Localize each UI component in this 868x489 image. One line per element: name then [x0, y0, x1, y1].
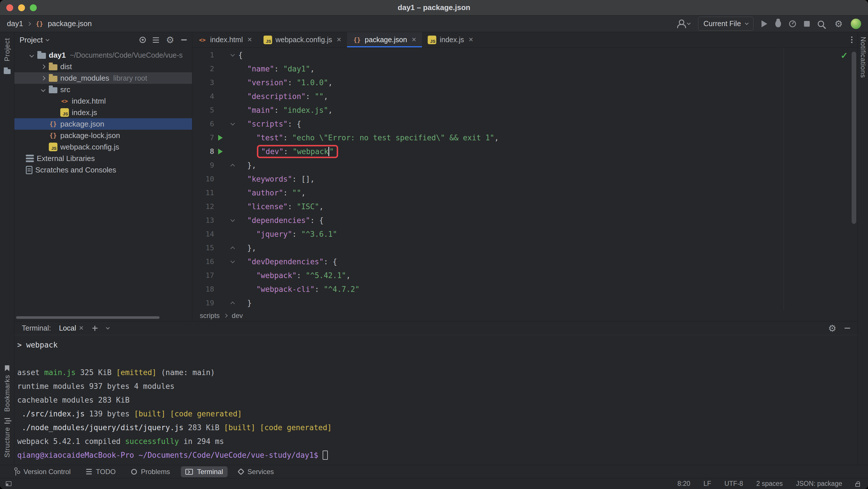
tree-item-webpack.config.js[interactable]: webpack.config.js [14, 141, 192, 153]
fullscreen-window-button[interactable] [30, 4, 37, 11]
breadcrumb-file[interactable]: package.json [48, 19, 92, 28]
toolwindow-button-Version Control[interactable]: Version Control [9, 466, 75, 477]
terminal-output[interactable]: > webpack asset main.js 325 KiB [emitted… [14, 335, 858, 465]
code-line-4[interactable]: 4 "description": "", [192, 90, 858, 103]
new-terminal-icon[interactable] [92, 325, 98, 332]
tab-index.html[interactable]: index.html [192, 32, 258, 47]
code-line-14[interactable]: 14 "jquery": "^3.6.1" [192, 227, 858, 241]
status-item-3[interactable]: 2 spaces [756, 480, 783, 488]
code-line-11[interactable]: 11 "author": "", [192, 186, 858, 200]
tab-webpack.config.js[interactable]: webpack.config.js [258, 32, 347, 47]
breadcrumb-dev[interactable]: dev [231, 312, 243, 320]
chevron-down-icon[interactable] [41, 87, 45, 92]
stripe-button-structure[interactable]: Structure [3, 418, 11, 457]
close-tab-icon[interactable] [469, 36, 473, 44]
status-item-4[interactable]: JSON: package [796, 480, 842, 488]
minimize-window-button[interactable] [18, 4, 25, 11]
chevron-down-icon[interactable] [45, 38, 50, 41]
breadcrumb-project[interactable]: day1 [7, 19, 23, 28]
code-area[interactable]: 1{2 "name": "day1",3 "version": "1.0.0",… [192, 47, 858, 310]
code-line-3[interactable]: 3 "version": "1.0.0", [192, 76, 858, 90]
close-window-button[interactable] [6, 4, 13, 11]
tree-item-node_modules[interactable]: node_moduleslibrary root [14, 72, 192, 84]
terminal-tab-local[interactable]: Local [59, 324, 84, 332]
code-line-13[interactable]: 13 "dependencies": { [192, 214, 858, 227]
code-line-12[interactable]: 12 "license": "ISC", [192, 200, 858, 214]
fold-start-icon[interactable] [230, 52, 235, 57]
tree-item-index.html[interactable]: index.html [14, 95, 192, 107]
collapse-all-icon[interactable] [153, 37, 159, 38]
code-line-1[interactable]: 1{ [192, 48, 858, 62]
tree-item-day1[interactable]: day1~/Documents/Code/VueCode/vue-s [14, 50, 192, 61]
stripe-button-notifications[interactable]: Notifications [859, 37, 867, 78]
run-script-icon[interactable] [218, 149, 223, 154]
vertical-scrollbar[interactable] [851, 52, 856, 224]
fold-start-icon[interactable] [230, 121, 235, 126]
code-line-8[interactable]: 8 "dev": "webpack" [192, 144, 858, 158]
settings-gear-icon[interactable] [834, 19, 843, 28]
horizontal-scrollbar[interactable] [16, 316, 160, 319]
debug-button[interactable] [775, 20, 781, 27]
tree-item-src[interactable]: src [14, 84, 192, 95]
profiler-button[interactable] [789, 20, 796, 27]
breadcrumb-scripts[interactable]: scripts [200, 312, 220, 320]
code-line-5[interactable]: 5 "main": "index.js", [192, 103, 858, 117]
project-toolwindow-icon[interactable] [4, 69, 11, 74]
tab-options-icon[interactable] [851, 39, 852, 40]
tree-item-package.json[interactable]: package.json [14, 118, 192, 130]
tree-item-External Libraries[interactable]: External Libraries [14, 153, 192, 164]
tab-package.json[interactable]: package.json [347, 32, 422, 47]
stripe-button-project[interactable]: Project [3, 38, 11, 61]
lock-icon[interactable] [856, 483, 860, 487]
toolwindow-toggle-icon[interactable] [6, 481, 11, 486]
fold-start-icon[interactable] [230, 218, 235, 222]
hide-panel-icon[interactable] [181, 39, 187, 40]
tree-item-package-lock.json[interactable]: package-lock.json [14, 130, 192, 141]
chevron-right-icon[interactable] [41, 64, 45, 69]
tree-item-dist[interactable]: dist [14, 61, 192, 72]
run-configuration-select[interactable]: Current File [698, 17, 754, 31]
code-line-18[interactable]: 18 "webpack-cli": "^4.7.2" [192, 282, 858, 296]
code-line-15[interactable]: 15 }, [192, 241, 858, 255]
chevron-down-icon[interactable] [29, 53, 34, 57]
user-account-widget[interactable] [677, 20, 690, 28]
tree-item-Scratches and Consoles[interactable]: Scratches and Consoles [14, 164, 192, 175]
hide-terminal-icon[interactable] [844, 328, 850, 329]
code-line-2[interactable]: 2 "name": "day1", [192, 62, 858, 76]
project-settings-icon[interactable] [166, 35, 174, 44]
toolwindow-button-Problems[interactable]: Problems [127, 466, 175, 477]
code-line-6[interactable]: 6 "scripts": { [192, 117, 858, 131]
toolwindow-button-TODO[interactable]: TODO [82, 466, 120, 477]
stop-button[interactable] [804, 21, 810, 27]
toolwindow-button-Services[interactable]: Services [234, 466, 278, 477]
code-line-7[interactable]: 7 "test": "echo \"Error: no test specifi… [192, 131, 858, 144]
status-item-1[interactable]: LF [704, 480, 711, 488]
inspection-ok-icon[interactable] [841, 51, 848, 61]
code-line-19[interactable]: 19 } [192, 296, 858, 310]
run-button[interactable] [762, 20, 767, 27]
status-item-0[interactable]: 8:20 [677, 480, 690, 488]
close-tab-icon[interactable] [337, 36, 341, 44]
chevron-right-icon[interactable] [41, 76, 45, 80]
close-tab-icon[interactable] [412, 36, 416, 44]
close-tab-icon[interactable] [247, 36, 252, 44]
code-line-9[interactable]: 9 }, [192, 158, 858, 172]
status-item-2[interactable]: UTF-8 [724, 480, 743, 488]
avatar[interactable] [851, 19, 861, 29]
fold-end-icon[interactable] [230, 247, 235, 251]
project-panel-title[interactable]: Project [20, 36, 43, 44]
editor-body[interactable]: 1{2 "name": "day1",3 "version": "1.0.0",… [192, 47, 858, 310]
tab-index.js[interactable]: index.js [422, 32, 479, 47]
tree-item-index.js[interactable]: index.js [14, 107, 192, 118]
code-line-17[interactable]: 17 "webpack": "^5.42.1", [192, 269, 858, 282]
fold-start-icon[interactable] [230, 259, 235, 263]
locate-file-icon[interactable] [140, 37, 146, 43]
search-everywhere-icon[interactable] [818, 21, 824, 27]
toolwindow-button-Terminal[interactable]: Terminal [181, 466, 228, 477]
chevron-down-icon[interactable] [106, 326, 110, 329]
fold-end-icon[interactable] [230, 302, 235, 306]
close-terminal-tab-icon[interactable] [79, 324, 84, 332]
code-line-16[interactable]: 16 "devDependencies": { [192, 255, 858, 269]
stripe-button-bookmarks[interactable]: Bookmarks [3, 365, 11, 412]
fold-end-icon[interactable] [230, 164, 235, 168]
